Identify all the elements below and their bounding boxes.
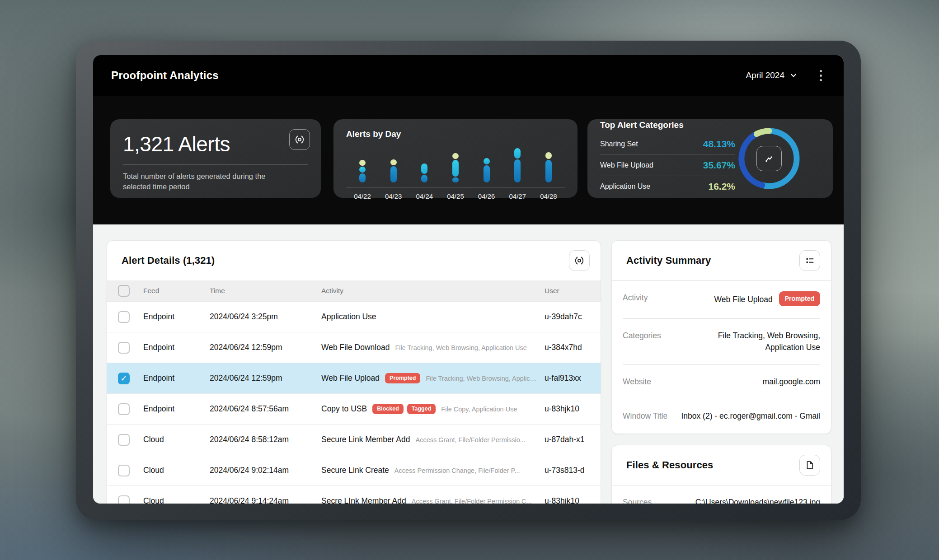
category-row: Sharing Set 48.13% xyxy=(600,134,735,155)
summary-row-activity: Activity Web File Upload Prompted xyxy=(623,281,820,319)
trend-icon-button[interactable] xyxy=(756,146,782,171)
cell-activity-categories: File Tracking, Web Browsing, Application… xyxy=(395,344,526,351)
content-area: Alert Details (1,321) Feed Time Activity… xyxy=(93,224,844,504)
files-row-sources: Sources C:\Users\Downloads\newfile123.jp… xyxy=(623,485,820,504)
list-icon-button[interactable] xyxy=(799,250,820,271)
hero-section: 1,321 Alerts Total number of alerts gene… xyxy=(93,96,844,224)
target-icon-button[interactable] xyxy=(289,129,310,150)
cell-activity-categories: File Copy, Application Use xyxy=(441,406,517,413)
field-value: mail.google.com xyxy=(763,376,820,387)
header-controls: April 2024 xyxy=(746,68,825,83)
target-icon xyxy=(574,255,585,266)
cell-feed: Endpoint xyxy=(143,312,210,322)
app-window-frame: Proofpoint Analytics April 2024 1,321 Al… xyxy=(76,41,861,520)
cell-activity: Web File Download xyxy=(321,343,390,352)
status-badge: Tagged xyxy=(407,404,436,414)
x-tick-label: 04/22 xyxy=(349,192,376,200)
bar-segment-blue xyxy=(514,159,521,182)
file-icon-button[interactable] xyxy=(799,455,820,476)
cell-activity: Web File Upload xyxy=(321,373,380,383)
cell-time: 2024/06/24 3:25pm xyxy=(210,312,321,322)
bar-segment-green xyxy=(390,159,397,165)
summary-row-categories: Categories File Tracking, Web Browsing, … xyxy=(623,319,820,365)
category-value: 35.67% xyxy=(703,160,735,171)
table-row[interactable]: Cloud 2024/06/24 9:14:24am Secre LInk Me… xyxy=(107,485,601,504)
cell-activity-categories: Access Grant, File/Folder Permissio... xyxy=(416,436,526,443)
cell-user: u-73s813-d xyxy=(545,466,601,475)
table-row-selected[interactable]: Endpoint 2024/06/24 12:59pm Web File Upl… xyxy=(107,363,601,393)
x-tick-label: 04/25 xyxy=(442,192,469,200)
field-label: Categories xyxy=(623,330,661,341)
activity-summary-card: Activity Summary Activity Web File Uploa… xyxy=(611,240,831,434)
table-row[interactable]: Endpoint 2024/06/24 8:57:56am Copy to US… xyxy=(107,393,601,424)
field-label: Activity xyxy=(623,292,648,303)
row-checkbox[interactable] xyxy=(118,311,130,323)
bar-column xyxy=(384,159,404,182)
list-icon xyxy=(804,255,815,266)
bar-segment-blue xyxy=(359,173,366,182)
field-value: File Tracking, Web Browsing, Application… xyxy=(685,330,820,353)
kebab-menu-icon[interactable] xyxy=(817,68,825,83)
status-badge: Blocked xyxy=(372,404,404,414)
summary-row-website: Website mail.google.com xyxy=(623,365,820,399)
row-checkbox[interactable] xyxy=(118,434,130,446)
cell-user: u-87dah-x1 xyxy=(545,435,601,444)
alert-details-title: Alert Details (1,321) xyxy=(122,255,215,266)
cell-feed: Cloud xyxy=(143,435,210,444)
summary-row-window-title: Window Title Inbox (2) - ec.roger@gmail.… xyxy=(623,399,820,433)
bar-segment-cyan xyxy=(359,167,366,173)
cell-time: 2024/06/24 8:58:12am xyxy=(210,435,321,444)
category-label: Sharing Set xyxy=(600,140,638,148)
row-checkbox[interactable] xyxy=(118,403,130,415)
select-all-checkbox[interactable] xyxy=(118,285,130,297)
bar-column xyxy=(446,153,465,182)
row-checkbox[interactable] xyxy=(118,342,130,354)
file-icon xyxy=(805,460,815,470)
cell-activity: Secre LInk Member Add xyxy=(321,496,406,504)
bar-segment-cyan xyxy=(452,160,459,177)
table-row[interactable]: Cloud 2024/06/24 9:02:14am Secure Link C… xyxy=(107,455,601,485)
cell-user: u-83hjk10 xyxy=(545,404,601,414)
table-row[interactable]: Endpoint 2024/06/24 12:59pm Web File Dow… xyxy=(107,332,601,363)
period-selector[interactable]: April 2024 xyxy=(746,70,797,80)
field-value: Inbox (2) - ec.roger@gmail.com - Gmail xyxy=(681,411,820,422)
files-resources-card: Files & Resources Sources C:\Users\Downl… xyxy=(611,445,831,504)
x-axis-labels: 04/22 04/23 04/24 04/25 04/26 04/27 04/2… xyxy=(346,192,565,200)
row-checkbox[interactable] xyxy=(118,495,130,504)
trend-icon xyxy=(763,153,775,164)
field-label: Sources xyxy=(623,497,652,504)
alerts-by-day-card: Alerts by Day 04/2 xyxy=(333,119,577,198)
total-alerts-card: 1,321 Alerts Total number of alerts gene… xyxy=(110,119,321,198)
cell-time: 2024/06/24 12:59pm xyxy=(210,343,321,352)
column-header-activity: Activity xyxy=(321,287,545,295)
app-title: Proofpoint Analytics xyxy=(111,69,219,82)
files-resources-title: Files & Resources xyxy=(626,459,713,471)
category-row: Application Use 16.2% xyxy=(600,176,735,197)
column-header-time: Time xyxy=(210,287,321,295)
row-checkbox[interactable] xyxy=(118,465,130,476)
cell-activity-categories: Access Permission Change, File/Folder P.… xyxy=(394,467,520,474)
x-tick-label: 04/24 xyxy=(411,192,438,200)
field-value: Web File Upload xyxy=(714,294,773,305)
cell-feed: Endpoint xyxy=(143,343,210,352)
target-icon-button[interactable] xyxy=(569,250,590,271)
bar-segment-blue xyxy=(421,175,427,182)
bar-column xyxy=(414,163,434,182)
cell-user: u-384x7hd xyxy=(545,343,601,352)
cell-activity-categories: File Tracking, Web Browsing, Applica... xyxy=(426,375,538,382)
table-row[interactable]: Cloud 2024/06/24 8:58:12am Secure Link M… xyxy=(107,424,601,455)
category-list: Sharing Set 48.13% Web File Upload 35.67… xyxy=(600,134,735,197)
row-checkbox-checked[interactable] xyxy=(118,373,130,384)
cell-time: 2024/06/24 9:14:24am xyxy=(210,496,321,504)
category-value: 48.13% xyxy=(703,139,735,149)
bar-segment-blue xyxy=(545,160,552,182)
table-header-row: Feed Time Activity User xyxy=(107,280,601,301)
source-path: C:\Users\Downloads\newfile123.jpg xyxy=(695,497,820,504)
alerts-by-day-chart: 04/22 04/23 04/24 04/25 04/26 04/27 04/2… xyxy=(346,144,565,200)
table-row[interactable]: Endpoint 2024/06/24 3:25pm Application U… xyxy=(107,301,601,332)
bar-segment-green xyxy=(545,152,552,159)
cell-activity: Secure Link Member Add xyxy=(321,435,410,444)
bar-segment-green xyxy=(359,160,366,166)
cell-time: 2024/06/24 8:57:56am xyxy=(210,404,321,414)
activity-summary-title: Activity Summary xyxy=(626,255,711,266)
